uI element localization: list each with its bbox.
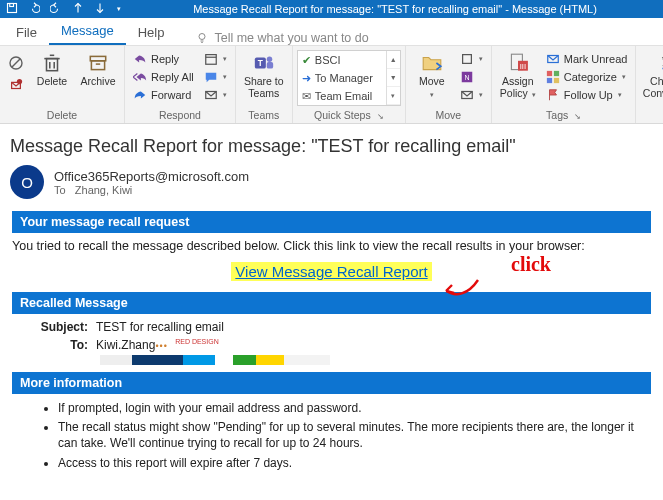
chevron-down-icon: ▾ — [479, 55, 483, 63]
svg-rect-26 — [462, 55, 471, 64]
ribbon: Delete Archive Delete Reply Reply All Fo… — [0, 46, 663, 124]
info-bullet-1: If prompted, login with your email addre… — [58, 400, 651, 416]
im-button[interactable]: ▾ — [200, 68, 231, 86]
section-header-recalled: Recalled Message — [12, 292, 651, 314]
ribbon-group-move: Move▾ ▾ N ▾ Move — [406, 46, 492, 123]
annotation-arrow-icon — [443, 277, 483, 303]
subject-value: TEST for recalling email — [96, 320, 224, 334]
section-header-request: Your message recall request — [12, 211, 651, 233]
chevron-down-icon: ▾ — [223, 91, 227, 99]
svg-text:N: N — [464, 74, 469, 81]
undo-icon[interactable] — [28, 2, 40, 16]
gallery-down-icon[interactable]: ▼ — [387, 69, 400, 87]
svg-rect-37 — [554, 78, 559, 83]
group-label-tags: Tags ↘ — [496, 108, 632, 122]
sender-avatar: O — [10, 165, 44, 199]
quicksteps-gallery-spinner: ▲ ▼ ▾ — [386, 51, 400, 105]
tab-message[interactable]: Message — [49, 17, 126, 45]
svg-text:T: T — [258, 59, 263, 68]
reply-button[interactable]: Reply — [129, 50, 198, 68]
ignore-button[interactable] — [4, 50, 28, 96]
svg-rect-36 — [547, 78, 552, 83]
more-respond-button[interactable]: ▾ — [200, 86, 231, 104]
reply-all-button[interactable]: Reply All — [129, 68, 198, 86]
forward-button[interactable]: Forward — [129, 86, 198, 104]
chevron-down-icon: ▾ — [532, 91, 536, 98]
chevron-down-icon: ▾ — [430, 91, 434, 98]
svg-rect-35 — [554, 71, 559, 76]
to-label: To: — [36, 338, 88, 366]
group-label-editing: Editin — [640, 111, 663, 125]
next-item-icon[interactable] — [94, 2, 106, 16]
lightbulb-icon — [196, 32, 208, 44]
previous-item-icon[interactable] — [72, 2, 84, 16]
chevron-down-icon: ▾ — [479, 91, 483, 99]
recalled-subject-row: Subject: TEST for recalling email — [36, 320, 651, 334]
recipient-line: To Zhang, Kiwi — [54, 184, 249, 196]
redo-icon[interactable] — [50, 2, 62, 16]
group-label-teams: Teams — [240, 108, 288, 122]
group-label-move: Move — [410, 108, 487, 122]
ribbon-group-teams: T Share to Teams Teams — [236, 46, 293, 123]
qat-customize-icon[interactable]: ▾ — [117, 5, 121, 13]
group-label-quicksteps: Quick Steps ↘ — [297, 108, 401, 122]
quickstep-team-email[interactable]: ✉Team Email — [298, 87, 386, 105]
more-info-list: If prompted, login with your email addre… — [58, 400, 651, 471]
quickstep-to-manager[interactable]: ➜To Manager — [298, 69, 386, 87]
chinese-conversion-button[interactable]: 繁 Chinese Conversion ▾ — [640, 50, 663, 111]
section-header-more-info: More information — [12, 372, 651, 394]
svg-point-4 — [199, 34, 205, 40]
tab-file[interactable]: File — [4, 19, 49, 45]
view-recall-report-link[interactable]: View Message Recall Report — [231, 262, 431, 281]
quickstep-bsci[interactable]: ✔BSCI — [298, 51, 386, 69]
message-body: Your message recall request You tried to… — [10, 211, 653, 471]
onenote-button[interactable]: N — [456, 68, 487, 86]
message-header: O Office365Reports@microsoft.com To Zhan… — [10, 165, 653, 199]
svg-rect-0 — [8, 4, 17, 13]
tab-help[interactable]: Help — [126, 19, 177, 45]
gallery-more-icon[interactable]: ▾ — [387, 87, 400, 105]
gallery-up-icon[interactable]: ▲ — [387, 51, 400, 69]
chevron-down-icon: ▾ — [223, 55, 227, 63]
sender-address: Office365Reports@microsoft.com — [54, 169, 249, 184]
annotation-click: click — [511, 253, 551, 276]
delete-button[interactable]: Delete — [30, 50, 74, 88]
info-bullet-3: Access to this report will expire after … — [58, 455, 651, 471]
ribbon-group-quicksteps: ✔BSCI ➜To Manager ✉Team Email ▲ ▼ ▾ Quic… — [293, 46, 406, 123]
ribbon-tabs: File Message Help Tell me what you want … — [0, 18, 663, 46]
tell-me-search[interactable]: Tell me what you want to do — [176, 31, 368, 45]
share-to-teams-button[interactable]: T Share to Teams — [240, 50, 288, 99]
info-bullet-2: The recall status might show "Pending" f… — [58, 419, 651, 451]
save-icon[interactable] — [6, 2, 18, 16]
red-design-label: RED DESIGN — [175, 338, 219, 345]
rules-button[interactable]: ▾ — [456, 50, 487, 68]
group-label-respond: Respond — [129, 108, 231, 122]
svg-text:III: III — [520, 62, 526, 71]
subject-label: Subject: — [36, 320, 88, 334]
svg-rect-34 — [547, 71, 552, 76]
svg-rect-25 — [267, 62, 273, 68]
meeting-button[interactable]: ▾ — [200, 50, 231, 68]
categorize-button[interactable]: Categorize▾ — [542, 68, 632, 86]
window-titlebar: ▾ Message Recall Report for message: "TE… — [0, 0, 663, 18]
assign-policy-button[interactable]: III Assign Policy ▾ — [496, 50, 540, 99]
reading-pane: Message Recall Report for message: "TEST… — [0, 124, 663, 482]
follow-up-button[interactable]: Follow Up▾ — [542, 86, 632, 104]
chevron-down-icon: ▾ — [622, 73, 626, 81]
chevron-down-icon: ▾ — [618, 91, 622, 99]
svg-point-24 — [267, 57, 273, 63]
svg-rect-19 — [206, 55, 217, 65]
mark-unread-button[interactable]: Mark Unread — [542, 50, 632, 68]
recalled-to-row: To: Kiwi.Zhang••• RED DESIGN — [36, 338, 651, 366]
move-button[interactable]: Move▾ — [410, 50, 454, 99]
tell-me-placeholder: Tell me what you want to do — [214, 31, 368, 45]
ribbon-group-tags: III Assign Policy ▾ Mark Unread Categori… — [492, 46, 637, 123]
group-label-delete: Delete — [4, 108, 120, 122]
ribbon-group-editing: 繁 Chinese Conversion ▾ ▾ Editin — [636, 46, 663, 123]
chevron-down-icon: ▾ — [223, 73, 227, 81]
actions-button[interactable]: ▾ — [456, 86, 487, 104]
ribbon-group-respond: Reply Reply All Forward ▾ ▾ ▾ Respond — [125, 46, 236, 123]
to-value: Kiwi.Zhang••• RED DESIGN — [96, 338, 330, 366]
quick-access-toolbar: ▾ — [0, 2, 127, 16]
archive-button[interactable]: Archive — [76, 50, 120, 88]
